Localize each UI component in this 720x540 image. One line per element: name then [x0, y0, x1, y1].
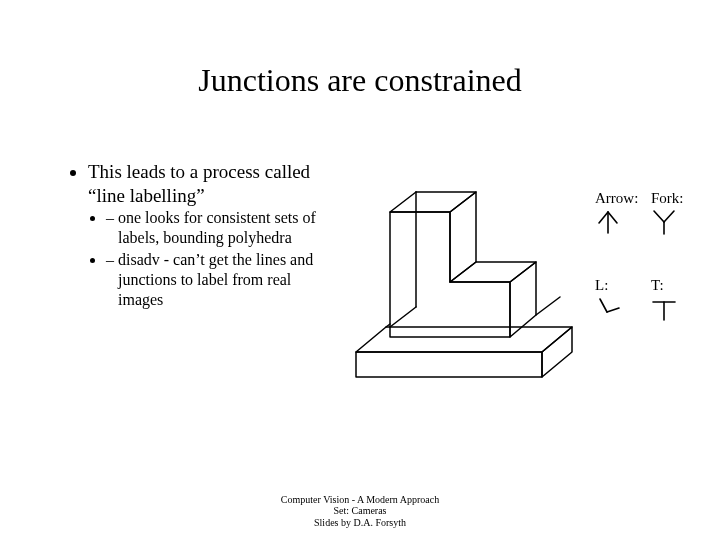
slide-title: Junctions are constrained — [0, 62, 720, 99]
junction-type-legend: Arrow: Fork: — [595, 190, 715, 364]
svg-line-17 — [654, 211, 664, 222]
junction-t-label: T: — [651, 277, 707, 294]
junction-t: T: — [651, 277, 707, 322]
fork-junction-icon — [651, 209, 677, 235]
l-junction-icon — [595, 296, 621, 322]
junction-arrow: Arrow: — [595, 190, 651, 235]
svg-marker-1 — [356, 352, 542, 377]
footer-line-3: Slides by D.A. Forsyth — [0, 517, 720, 529]
bullet-main: This leads to a process called “line lab… — [88, 160, 330, 310]
bullet-list: This leads to a process called “line lab… — [70, 160, 330, 312]
bullet-sub-1: one looks for consistent sets of labels,… — [106, 208, 330, 248]
junction-l-label: L: — [595, 277, 651, 294]
footer-line-2: Set: Cameras — [0, 505, 720, 517]
junction-l: L: — [595, 277, 651, 322]
svg-line-12 — [390, 307, 416, 327]
bullet-main-text: This leads to a process called “line lab… — [88, 161, 310, 206]
svg-marker-0 — [356, 327, 572, 352]
svg-marker-2 — [542, 327, 572, 377]
bullet-sub-2: disadv - can’t get the lines and junctio… — [106, 250, 330, 310]
svg-line-8 — [536, 297, 560, 315]
svg-marker-7 — [510, 262, 536, 337]
svg-marker-5 — [450, 192, 476, 282]
svg-line-18 — [664, 211, 674, 222]
svg-line-15 — [608, 212, 617, 223]
svg-line-20 — [607, 308, 619, 312]
junction-fork-label: Fork: — [651, 190, 707, 207]
svg-line-19 — [600, 299, 607, 312]
svg-line-14 — [599, 212, 608, 223]
polyhedron-figure — [340, 182, 590, 397]
t-junction-icon — [651, 296, 677, 322]
slide: Junctions are constrained This leads to … — [0, 0, 720, 540]
footer: Computer Vision - A Modern Approach Set:… — [0, 494, 720, 529]
junction-arrow-label: Arrow: — [595, 190, 651, 207]
footer-line-1: Computer Vision - A Modern Approach — [0, 494, 720, 506]
junction-fork: Fork: — [651, 190, 707, 235]
arrow-junction-icon — [595, 209, 621, 235]
